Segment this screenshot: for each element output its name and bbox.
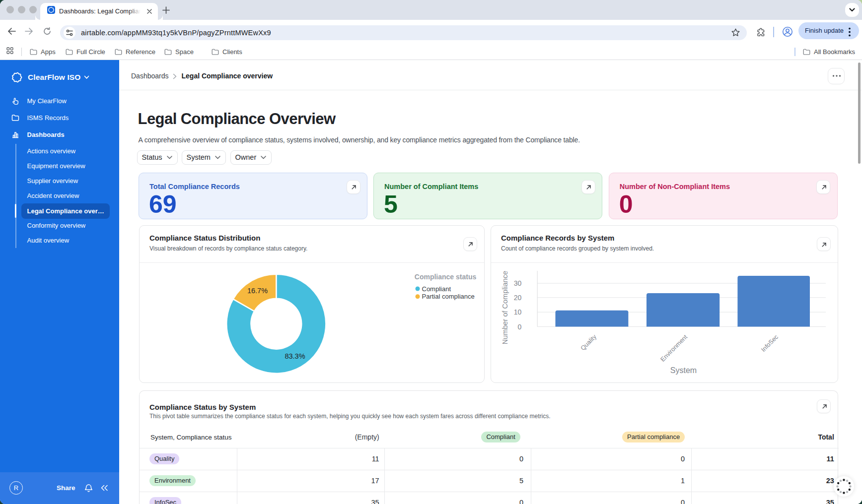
svg-text:Environment: Environment xyxy=(659,333,689,363)
svg-text:InfoSec: InfoSec xyxy=(760,333,780,353)
svg-text:30: 30 xyxy=(514,279,522,287)
svg-text:Partial compliance: Partial compliance xyxy=(422,293,475,300)
svg-text:Quality: Quality xyxy=(579,333,598,352)
svg-text:Compliant: Compliant xyxy=(422,285,451,293)
svg-text:Number of Compliance: Number of Compliance xyxy=(501,271,509,344)
svg-text:System: System xyxy=(670,366,697,375)
svg-text:0: 0 xyxy=(518,323,522,331)
svg-text:10: 10 xyxy=(514,308,522,316)
svg-text:83.3%: 83.3% xyxy=(285,352,305,360)
svg-text:Compliance status: Compliance status xyxy=(415,273,477,281)
svg-text:16.7%: 16.7% xyxy=(247,287,268,295)
svg-text:20: 20 xyxy=(514,294,522,302)
